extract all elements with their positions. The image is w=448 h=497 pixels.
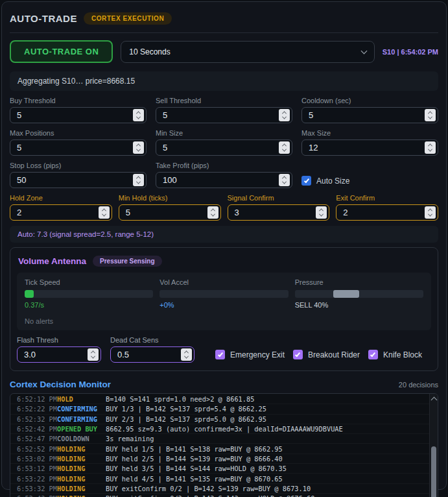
flash-thresh-input[interactable]: 3.0	[17, 346, 101, 363]
log-row: 6:52:22 PM CONFIRMING BUY 1/3 | B=142 S=…	[10, 404, 429, 414]
field-label: Stop Loss (pips)	[10, 162, 147, 169]
stepper-down-icon[interactable]	[428, 115, 432, 119]
checkbox-checked-icon[interactable]	[368, 350, 378, 359]
field-value: 100	[163, 175, 279, 185]
field-label: Take Profit (pips)	[156, 162, 292, 169]
log-row: 6:53:22 PM HOLDING BUY held 4/5 | B=141 …	[10, 474, 429, 483]
checkbox-checked-icon[interactable]	[301, 176, 311, 186]
hold-zone-input[interactable]: 2	[10, 204, 112, 221]
stepper-icon[interactable]	[279, 109, 290, 121]
dead-cat-sens-input[interactable]: 0.5	[110, 346, 195, 363]
log-scrollbar[interactable]	[429, 394, 438, 497]
stepper-icon[interactable]	[88, 348, 99, 361]
emergency-exit-label: Emergency Exit	[230, 350, 285, 359]
min-size-input[interactable]: 5	[156, 139, 292, 156]
stepper-down-icon[interactable]	[282, 180, 287, 184]
status-bar: Aggregating S10… price=8668.15	[10, 71, 438, 91]
log-message: 3s remaining	[106, 435, 154, 442]
log-time: 6:52:22 PM	[17, 405, 57, 413]
max-size-input[interactable]: 12	[301, 139, 438, 156]
stepper-icon[interactable]	[181, 348, 192, 361]
decision-log-panel[interactable]: 6:52:12 PM HOLD B=140 S=141 sprd=1.0 nee…	[10, 393, 438, 497]
field-value: 5	[163, 110, 279, 120]
auto-trade-panel: AUTO-TRADE CORTEX EXECUTION AUTO-TRADE O…	[1, 1, 447, 490]
monitor-header: Cortex Decision Monitor 20 decisions	[10, 380, 438, 389]
meter-fill	[333, 290, 359, 298]
stepper-down-icon[interactable]	[282, 115, 287, 119]
controls-row: AUTO-TRADE ON 10 Seconds S10 | 6:54:02 P…	[10, 40, 438, 63]
field-label: Exit Confirm	[336, 194, 438, 202]
stepper-icon[interactable]	[425, 206, 436, 219]
signal-confirm-input[interactable]: 3	[228, 204, 330, 221]
breakout-rider-checkbox[interactable]: Breakout Rider	[293, 350, 360, 359]
field-value: 5	[163, 143, 279, 152]
auto-note: Auto: 7.3 (signal spread=2.5, range 5-12…	[10, 226, 438, 243]
stepper-icon[interactable]	[425, 109, 436, 121]
emergency-exit-checkbox[interactable]: Emergency Exit	[215, 350, 285, 359]
scroll-up-icon[interactable]	[431, 397, 438, 404]
checkbox-checked-icon[interactable]	[215, 350, 225, 359]
stepper-icon[interactable]	[133, 109, 144, 121]
field-value: 2	[343, 208, 425, 217]
stepper-down-icon[interactable]	[210, 212, 215, 217]
checkbox-checked-icon[interactable]	[293, 350, 303, 359]
stepper-icon[interactable]	[279, 141, 290, 154]
log-state: HOLDING	[57, 485, 106, 492]
stepper-down-icon[interactable]	[319, 212, 324, 217]
interval-select[interactable]: 10 Seconds	[121, 41, 374, 63]
exit-confirm-input[interactable]: 2	[336, 204, 438, 221]
buy-threshold-input[interactable]: 5	[10, 107, 147, 123]
stepper-down-icon[interactable]	[428, 147, 432, 152]
stepper-down-icon[interactable]	[428, 212, 432, 217]
stepper-icon[interactable]	[133, 141, 144, 154]
settings-grid-row3: Stop Loss (pips) 50 Take Profit (pips) 1…	[10, 162, 438, 188]
log-message: BUY held 3/5 | B=144 S=144 raw=HOLD @ 86…	[106, 465, 287, 472]
log-row: 6:53:02 PM HOLDING BUY held 2/5 | B=144 …	[10, 454, 429, 464]
stepper-icon[interactable]	[207, 206, 218, 219]
field-max-positions: Max Positions 5	[10, 129, 147, 156]
stepper-down-icon[interactable]	[136, 147, 141, 152]
stepper-icon[interactable]	[316, 206, 327, 219]
stepper-down-icon[interactable]	[136, 115, 141, 119]
auto-size-checkbox[interactable]: Auto Size	[301, 176, 349, 186]
stepper-icon[interactable]	[99, 206, 110, 219]
log-time: 6:53:32 PM	[17, 485, 57, 492]
antenna-toggles: Emergency Exit Breakout Rider Knife Bloc…	[204, 350, 431, 363]
stepper-down-icon[interactable]	[136, 180, 141, 184]
breakout-rider-label: Breakout Rider	[308, 350, 360, 359]
stepper-down-icon[interactable]	[282, 147, 287, 152]
log-time: 6:53:42 PM	[17, 494, 57, 497]
meter-tick-speed: Tick Speed 0.37/s	[25, 278, 153, 309]
stepper-icon[interactable]	[279, 174, 290, 186]
field-label: Sell Threshold	[156, 97, 292, 104]
field-value: 2	[17, 208, 99, 217]
field-min-hold: Min Hold (ticks) 5	[119, 194, 221, 221]
stepper-down-icon[interactable]	[102, 212, 106, 217]
log-row: 6:53:12 PM HOLDING BUY held 3/5 | B=144 …	[10, 464, 429, 474]
knife-block-checkbox[interactable]: Knife Block	[368, 350, 422, 359]
meter-fill	[25, 290, 34, 298]
stepper-icon[interactable]	[133, 174, 144, 186]
log-time: 6:52:32 PM	[17, 415, 57, 423]
auto-trade-toggle-button[interactable]: AUTO-TRADE ON	[10, 40, 113, 63]
max-positions-input[interactable]: 5	[10, 139, 147, 156]
stepper-down-icon[interactable]	[184, 354, 189, 359]
meter-track	[295, 290, 423, 298]
checkmark-icon	[295, 351, 300, 357]
cooldown-input[interactable]: 5	[301, 107, 438, 123]
field-value: 3	[235, 208, 316, 217]
field-signal-confirm: Signal Confirm 3	[228, 194, 330, 221]
stepper-down-icon[interactable]	[91, 354, 95, 359]
antenna-settings-row: Flash Thresh 3.0 Dead Cat Sens 0.5 Emerg…	[17, 336, 431, 363]
stop-loss-input[interactable]: 50	[10, 172, 147, 188]
session-clock: S10 | 6:54:02 PM	[383, 48, 438, 56]
min-hold-input[interactable]: 5	[119, 204, 221, 221]
field-label: Flash Thresh	[17, 336, 101, 344]
field-buy-threshold: Buy Threshold 5	[10, 97, 147, 123]
scrollbar-thumb[interactable]	[431, 446, 436, 497]
field-cooldown: Cooldown (sec) 5	[301, 97, 438, 123]
stepper-icon[interactable]	[425, 141, 436, 154]
sell-threshold-input[interactable]: 5	[156, 107, 292, 123]
field-value: 5	[17, 110, 133, 120]
take-profit-input[interactable]: 100	[156, 172, 292, 188]
